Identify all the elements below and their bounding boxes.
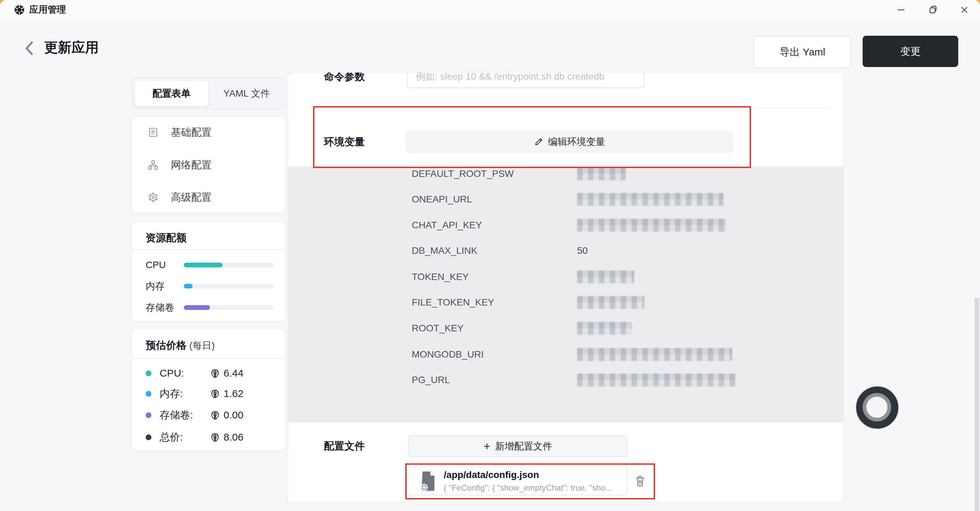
apply-change-button[interactable]: 变更 (862, 36, 958, 67)
sidebar-item-advanced-config[interactable]: 高级配置 (138, 185, 279, 210)
env-row: PG_URL (288, 372, 843, 388)
quota-row-cpu: CPU (146, 258, 275, 272)
quota-label: CPU (146, 259, 184, 271)
tab-yaml-file[interactable]: YAML 文件 (208, 87, 285, 100)
price-label: 存储卷: (159, 408, 210, 422)
sidebar-item-basic-config[interactable]: 基础配置 (138, 120, 279, 145)
edit-env-vars-button[interactable]: 编辑环境变量 (406, 130, 733, 153)
env-row: ROOT_KEY (288, 320, 843, 336)
trash-icon (633, 474, 646, 487)
config-file-path: /app/data/config.json (444, 470, 539, 481)
sidebar-item-label: 高级配置 (171, 191, 212, 204)
sealos-coin-icon (210, 388, 220, 399)
env-key: DB_MAX_LINK (412, 243, 477, 259)
quota-row-memory: 内存 (146, 279, 275, 293)
sealos-coin-icon (210, 432, 220, 442)
sidebar-item-label: 网络配置 (171, 158, 212, 172)
sidebar-tab-switcher: 配置表单 YAML 文件 (131, 78, 286, 110)
memory-bar (184, 284, 274, 288)
close-button[interactable] (954, 0, 975, 19)
env-vars-label: 环境变量 (324, 135, 365, 149)
network-icon (148, 159, 159, 170)
sidebar-item-label: 基础配置 (171, 126, 212, 140)
env-key: CHAT_API_KEY (412, 217, 482, 233)
config-file-item[interactable]: /app/data/config.json { "FeConfig": { "s… (408, 465, 628, 495)
price-value: 8.06 (224, 431, 243, 443)
quota-label: 存储卷 (146, 301, 184, 314)
add-config-file-label: 新增配置文件 (495, 440, 552, 453)
price-label: 总价: (159, 430, 210, 444)
minimize-icon (896, 5, 906, 15)
price-card: 预估价格 (每日) CPU: 6.44 内存: 1.62 存储卷: 0.00 总… (131, 328, 286, 451)
masked-value (577, 322, 632, 335)
price-label: CPU: (159, 368, 210, 379)
quota-label: 内存 (146, 280, 184, 293)
env-key: FILE_TOKEN_KEY (412, 294, 494, 310)
command-args-input[interactable]: 例如: sleep 10 && /entrypoint.sh db create… (407, 72, 644, 88)
back-button[interactable] (20, 39, 39, 58)
divider (322, 108, 829, 108)
price-row-total: 总价: 8.06 (146, 430, 275, 444)
masked-value (577, 348, 732, 361)
page-title: 更新应用 (44, 38, 99, 57)
app-title: 应用管理 (29, 0, 66, 19)
tab-config-form[interactable]: 配置表单 (135, 81, 208, 106)
close-icon (959, 5, 969, 15)
masked-value (577, 374, 736, 387)
env-key: ONEAPI_URL (412, 191, 472, 207)
command-args-label: 命令参数 (324, 72, 365, 84)
env-value: 50 (577, 243, 588, 259)
env-row: DEFAULT_ROOT_PSW (288, 166, 843, 182)
pencil-icon (534, 137, 543, 146)
delete-config-file-button[interactable] (632, 473, 648, 489)
cpu-bar (184, 263, 274, 267)
app-window: 应用管理 更新应用 导出 Yaml 变更 配置表单 YAML 文件 (0, 0, 980, 511)
memory-dot (146, 391, 151, 397)
titlebar: 应用管理 (0, 0, 980, 19)
storage-dot (146, 412, 151, 418)
floating-record-button[interactable] (855, 385, 899, 430)
masked-value (577, 271, 634, 283)
masked-value (577, 219, 726, 232)
config-form-panel: 命令参数 例如: sleep 10 && /entrypoint.sh db c… (288, 72, 844, 503)
masked-value (577, 296, 644, 309)
price-row-storage: 存储卷: 0.00 (146, 408, 275, 422)
env-row: FILE_TOKEN_KEY (288, 294, 843, 310)
env-row: ONEAPI_URL (288, 191, 843, 207)
config-files-label: 配置文件 (324, 439, 365, 453)
restore-button[interactable] (923, 0, 943, 19)
cpu-dot (146, 371, 151, 376)
env-key: DEFAULT_ROOT_PSW (412, 166, 514, 182)
env-vars-list: DEFAULT_ROOT_PSW ONEAPI_URL CHAT_API_KEY… (288, 166, 843, 423)
sidebar-nav-card: 基础配置 网络配置 (131, 116, 286, 213)
app-logo-icon (14, 4, 25, 16)
price-value: 0.00 (224, 409, 243, 421)
sealos-coin-icon (210, 410, 220, 420)
chevron-left-icon (24, 41, 35, 56)
resource-quota-card: 资源配额 CPU 内存 存储卷 (131, 221, 286, 322)
sidebar-item-network-config[interactable]: 网络配置 (138, 153, 279, 177)
vertical-scrollbar[interactable] (975, 298, 979, 511)
sealos-coin-icon (210, 368, 220, 378)
config-file-preview: { "FeConfig": { "show_emptyChat": true, … (444, 483, 612, 493)
env-key: PG_URL (412, 372, 450, 388)
price-row-memory: 内存: 1.62 (146, 387, 275, 400)
storage-bar (184, 305, 274, 310)
env-row: CHAT_API_KEY (288, 217, 843, 233)
env-key: MONGODB_URI (412, 346, 484, 363)
quota-title: 资源配额 (146, 231, 186, 245)
edit-env-vars-label: 编辑环境变量 (548, 135, 605, 148)
env-row: DB_MAX_LINK50 (288, 243, 843, 259)
export-yaml-button[interactable]: 导出 Yaml (753, 36, 851, 68)
gear-icon (148, 192, 159, 203)
env-row: MONGODB_URI (288, 346, 843, 363)
quota-row-storage: 存储卷 (146, 301, 275, 314)
add-config-file-button[interactable]: + 新增配置文件 (408, 435, 628, 457)
form-icon (148, 127, 159, 138)
masked-value (577, 193, 724, 206)
minimize-button[interactable] (891, 0, 911, 19)
price-value: 1.62 (224, 388, 243, 400)
env-key: ROOT_KEY (412, 320, 463, 336)
divider (132, 249, 285, 250)
divider (132, 358, 285, 359)
